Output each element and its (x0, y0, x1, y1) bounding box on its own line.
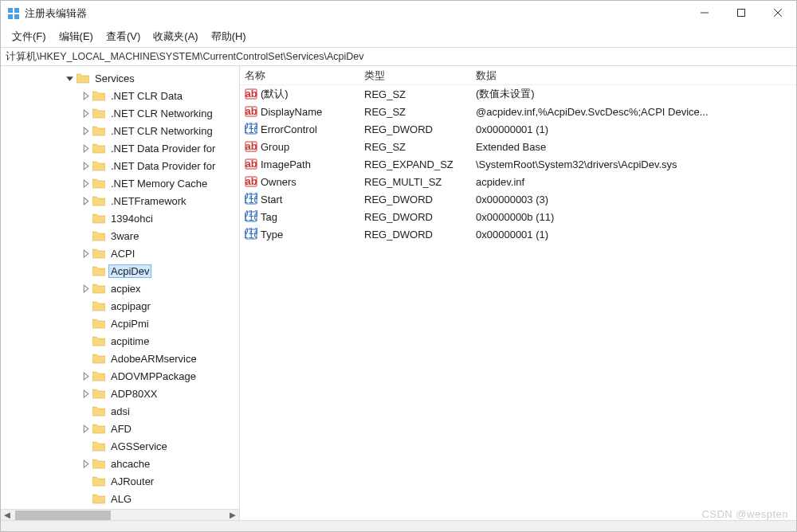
folder-icon (92, 493, 105, 504)
expander-icon[interactable] (80, 371, 91, 381)
value-name: Owners (261, 176, 296, 188)
expander-icon[interactable] (65, 73, 75, 84)
expander-icon[interactable] (80, 248, 91, 259)
tree-item[interactable]: AFD (1, 420, 239, 437)
expander-icon[interactable] (80, 143, 91, 154)
tree-item-label: .NET Data Provider for (108, 142, 218, 155)
binary-value-icon: 011110 (245, 193, 257, 205)
expander-icon[interactable] (80, 91, 91, 101)
tree-item[interactable]: .NET Data Provider for (1, 157, 239, 174)
scroll-thumb[interactable] (15, 510, 111, 520)
tree-horizontal-scrollbar[interactable]: ◄ ► (1, 509, 239, 520)
value-name-cell: abOwners (240, 175, 359, 188)
expander-icon[interactable] (80, 284, 91, 294)
folder-icon (92, 318, 105, 329)
expander-icon[interactable] (80, 424, 91, 434)
tree-item-label: ADP80XX (108, 387, 160, 401)
value-row[interactable]: abDisplayNameREG_SZ@acpidev.inf,%AcpiDev… (240, 103, 796, 120)
tree-item[interactable]: adsi (1, 402, 239, 420)
tree-item[interactable]: .NETFramework (1, 192, 239, 209)
value-row[interactable]: abImagePathREG_EXPAND_SZ\SystemRoot\Syst… (240, 155, 796, 173)
expander-icon[interactable] (80, 196, 91, 206)
value-row[interactable]: 011110ErrorControlREG_DWORD0x00000001 (1… (240, 120, 796, 138)
tree-item[interactable]: AGSService (1, 437, 239, 455)
menu-favorites[interactable]: 收藏夹(A) (147, 27, 204, 46)
tree-item[interactable]: 3ware (1, 227, 239, 244)
tree-item-label: adsi (108, 405, 132, 418)
menu-edit[interactable]: 编辑(E) (53, 27, 100, 46)
column-header-data[interactable]: 数据 (471, 66, 796, 84)
tree-item[interactable]: ahcache (1, 455, 239, 472)
folder-icon (77, 72, 89, 84)
minimize-button[interactable] (686, 1, 723, 25)
menu-help[interactable]: 帮助(H) (205, 27, 253, 46)
tree-item[interactable]: .NET CLR Networking (1, 122, 239, 139)
expander-icon[interactable] (80, 108, 91, 119)
value-name: (默认) (261, 87, 289, 101)
list-header: 名称 类型 数据 (240, 66, 796, 85)
tree-item[interactable]: AcpiPmi (1, 315, 239, 332)
value-data-cell: 0x00000001 (1) (471, 229, 796, 241)
expander-icon[interactable] (80, 161, 91, 171)
expander-icon[interactable] (80, 389, 91, 399)
svg-text:110: 110 (245, 194, 257, 205)
value-type-cell: REG_DWORD (359, 211, 471, 223)
maximize-button[interactable] (723, 1, 760, 25)
value-name: Start (261, 194, 282, 205)
title-bar: 注册表编辑器 (1, 1, 796, 26)
menu-file[interactable]: 文件(F) (6, 27, 53, 46)
tree-item[interactable]: ALG (1, 490, 239, 507)
tree-item[interactable]: acpiex (1, 280, 239, 297)
svg-text:ab: ab (245, 175, 257, 187)
svg-text:110: 110 (245, 211, 257, 223)
value-row[interactable]: ab(默认)REG_SZ(数值未设置) (240, 85, 796, 103)
tree-item[interactable]: AJRouter (1, 472, 239, 490)
address-bar[interactable]: 计算机\HKEY_LOCAL_MACHINE\SYSTEM\CurrentCon… (1, 47, 796, 66)
footer-scrollbar[interactable] (1, 520, 796, 531)
tree-item[interactable]: .NET Memory Cache (1, 174, 239, 192)
folder-icon (92, 195, 105, 206)
svg-text:110: 110 (245, 229, 257, 241)
expander-icon (80, 336, 91, 346)
tree-item[interactable]: acpitime (1, 332, 239, 350)
tree-item[interactable]: ADOVMPPackage (1, 367, 239, 385)
expander-icon[interactable] (80, 126, 91, 136)
tree-item[interactable]: AdobeARMservice (1, 350, 239, 367)
close-button[interactable] (760, 1, 796, 25)
tree-item[interactable]: AcpiDev (1, 262, 239, 280)
scroll-right-icon[interactable]: ► (226, 510, 239, 521)
svg-rect-3 (14, 14, 19, 19)
column-header-type[interactable]: 类型 (359, 66, 471, 84)
tree-item-services[interactable]: Services (1, 69, 239, 87)
tree-item-label: AFD (108, 422, 134, 436)
values-pane[interactable]: 名称 类型 数据 ab(默认)REG_SZ(数值未设置)abDisplayNam… (240, 66, 796, 520)
folder-icon (92, 423, 105, 434)
folder-icon (92, 388, 105, 399)
tree-item[interactable]: .NET Data Provider for (1, 139, 239, 157)
tree-item[interactable]: 1394ohci (1, 209, 239, 227)
tree-item[interactable]: .NET CLR Data (1, 87, 239, 104)
expander-icon[interactable] (80, 459, 91, 469)
tree-item[interactable]: ADP80XX (1, 385, 239, 402)
svg-text:ab: ab (245, 140, 257, 152)
scroll-left-icon[interactable]: ◄ (1, 510, 14, 521)
tree-item-label: AdobeARMservice (108, 352, 199, 366)
content-area: Services.NET CLR Data.NET CLR Networking… (1, 66, 796, 520)
value-row[interactable]: abOwnersREG_MULTI_SZacpidev.inf (240, 173, 796, 190)
tree-pane[interactable]: Services.NET CLR Data.NET CLR Networking… (1, 66, 240, 520)
column-header-name[interactable]: 名称 (240, 66, 359, 84)
expander-icon[interactable] (80, 178, 91, 189)
expander-icon (80, 301, 91, 311)
value-name-cell: abImagePath (240, 158, 359, 170)
tree-item[interactable]: ACPI (1, 244, 239, 262)
tree-item[interactable]: acpipagr (1, 297, 239, 315)
menu-view[interactable]: 查看(V) (100, 27, 147, 46)
expander-icon (80, 441, 91, 452)
value-row[interactable]: 011110TypeREG_DWORD0x00000001 (1) (240, 225, 796, 243)
value-row[interactable]: abGroupREG_SZExtended Base (240, 138, 796, 155)
value-row[interactable]: 011110StartREG_DWORD0x00000003 (3) (240, 190, 796, 208)
value-row[interactable]: 011110TagREG_DWORD0x0000000b (11) (240, 208, 796, 225)
tree-item[interactable]: .NET CLR Networking (1, 104, 239, 122)
tree-item-label: Services (92, 72, 137, 85)
string-value-icon: ab (245, 158, 257, 170)
